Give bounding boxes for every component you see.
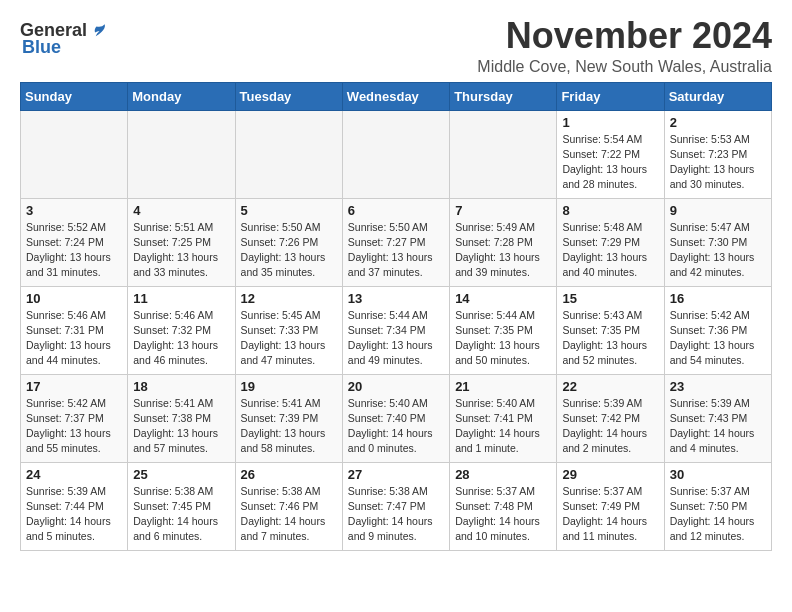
calendar-cell: 17Sunrise: 5:42 AM Sunset: 7:37 PM Dayli…	[21, 374, 128, 462]
day-of-week-header: Wednesday	[342, 82, 449, 110]
day-number: 22	[562, 379, 658, 394]
day-number: 26	[241, 467, 337, 482]
calendar-week-row: 1Sunrise: 5:54 AM Sunset: 7:22 PM Daylig…	[21, 110, 772, 198]
day-info: Sunrise: 5:49 AM Sunset: 7:28 PM Dayligh…	[455, 220, 551, 281]
calendar-cell: 21Sunrise: 5:40 AM Sunset: 7:41 PM Dayli…	[450, 374, 557, 462]
day-number: 12	[241, 291, 337, 306]
calendar-table: SundayMondayTuesdayWednesdayThursdayFrid…	[20, 82, 772, 551]
day-of-week-header: Tuesday	[235, 82, 342, 110]
calendar-cell: 12Sunrise: 5:45 AM Sunset: 7:33 PM Dayli…	[235, 286, 342, 374]
day-info: Sunrise: 5:38 AM Sunset: 7:47 PM Dayligh…	[348, 484, 444, 545]
title-area: November 2024 Middle Cove, New South Wal…	[477, 16, 772, 76]
day-info: Sunrise: 5:52 AM Sunset: 7:24 PM Dayligh…	[26, 220, 122, 281]
calendar-cell: 19Sunrise: 5:41 AM Sunset: 7:39 PM Dayli…	[235, 374, 342, 462]
day-info: Sunrise: 5:39 AM Sunset: 7:43 PM Dayligh…	[670, 396, 766, 457]
calendar-cell: 24Sunrise: 5:39 AM Sunset: 7:44 PM Dayli…	[21, 462, 128, 550]
calendar-cell: 10Sunrise: 5:46 AM Sunset: 7:31 PM Dayli…	[21, 286, 128, 374]
day-info: Sunrise: 5:46 AM Sunset: 7:31 PM Dayligh…	[26, 308, 122, 369]
day-number: 24	[26, 467, 122, 482]
calendar-cell: 2Sunrise: 5:53 AM Sunset: 7:23 PM Daylig…	[664, 110, 771, 198]
calendar-cell: 5Sunrise: 5:50 AM Sunset: 7:26 PM Daylig…	[235, 198, 342, 286]
calendar-cell: 27Sunrise: 5:38 AM Sunset: 7:47 PM Dayli…	[342, 462, 449, 550]
calendar-cell: 18Sunrise: 5:41 AM Sunset: 7:38 PM Dayli…	[128, 374, 235, 462]
calendar-cell	[342, 110, 449, 198]
day-info: Sunrise: 5:45 AM Sunset: 7:33 PM Dayligh…	[241, 308, 337, 369]
day-number: 25	[133, 467, 229, 482]
day-number: 7	[455, 203, 551, 218]
day-info: Sunrise: 5:50 AM Sunset: 7:27 PM Dayligh…	[348, 220, 444, 281]
header: General Blue November 2024 Middle Cove, …	[20, 16, 772, 76]
day-info: Sunrise: 5:53 AM Sunset: 7:23 PM Dayligh…	[670, 132, 766, 193]
day-info: Sunrise: 5:47 AM Sunset: 7:30 PM Dayligh…	[670, 220, 766, 281]
day-info: Sunrise: 5:40 AM Sunset: 7:40 PM Dayligh…	[348, 396, 444, 457]
day-number: 1	[562, 115, 658, 130]
calendar-header-row: SundayMondayTuesdayWednesdayThursdayFrid…	[21, 82, 772, 110]
calendar-cell: 14Sunrise: 5:44 AM Sunset: 7:35 PM Dayli…	[450, 286, 557, 374]
day-of-week-header: Sunday	[21, 82, 128, 110]
day-info: Sunrise: 5:41 AM Sunset: 7:38 PM Dayligh…	[133, 396, 229, 457]
day-number: 30	[670, 467, 766, 482]
day-info: Sunrise: 5:50 AM Sunset: 7:26 PM Dayligh…	[241, 220, 337, 281]
calendar-cell: 6Sunrise: 5:50 AM Sunset: 7:27 PM Daylig…	[342, 198, 449, 286]
calendar-cell: 13Sunrise: 5:44 AM Sunset: 7:34 PM Dayli…	[342, 286, 449, 374]
day-number: 18	[133, 379, 229, 394]
logo: General Blue	[20, 16, 107, 58]
day-number: 17	[26, 379, 122, 394]
calendar-cell: 1Sunrise: 5:54 AM Sunset: 7:22 PM Daylig…	[557, 110, 664, 198]
day-of-week-header: Friday	[557, 82, 664, 110]
day-number: 5	[241, 203, 337, 218]
day-info: Sunrise: 5:39 AM Sunset: 7:44 PM Dayligh…	[26, 484, 122, 545]
day-number: 8	[562, 203, 658, 218]
calendar-cell: 28Sunrise: 5:37 AM Sunset: 7:48 PM Dayli…	[450, 462, 557, 550]
day-info: Sunrise: 5:43 AM Sunset: 7:35 PM Dayligh…	[562, 308, 658, 369]
day-info: Sunrise: 5:38 AM Sunset: 7:46 PM Dayligh…	[241, 484, 337, 545]
logo-bird-icon	[89, 22, 107, 40]
calendar-cell: 26Sunrise: 5:38 AM Sunset: 7:46 PM Dayli…	[235, 462, 342, 550]
day-number: 21	[455, 379, 551, 394]
day-info: Sunrise: 5:42 AM Sunset: 7:36 PM Dayligh…	[670, 308, 766, 369]
day-number: 28	[455, 467, 551, 482]
calendar-week-row: 24Sunrise: 5:39 AM Sunset: 7:44 PM Dayli…	[21, 462, 772, 550]
calendar-cell: 3Sunrise: 5:52 AM Sunset: 7:24 PM Daylig…	[21, 198, 128, 286]
day-number: 20	[348, 379, 444, 394]
calendar-cell: 16Sunrise: 5:42 AM Sunset: 7:36 PM Dayli…	[664, 286, 771, 374]
day-info: Sunrise: 5:44 AM Sunset: 7:34 PM Dayligh…	[348, 308, 444, 369]
day-number: 15	[562, 291, 658, 306]
calendar-cell: 7Sunrise: 5:49 AM Sunset: 7:28 PM Daylig…	[450, 198, 557, 286]
day-number: 2	[670, 115, 766, 130]
day-info: Sunrise: 5:39 AM Sunset: 7:42 PM Dayligh…	[562, 396, 658, 457]
day-info: Sunrise: 5:54 AM Sunset: 7:22 PM Dayligh…	[562, 132, 658, 193]
day-number: 4	[133, 203, 229, 218]
day-info: Sunrise: 5:37 AM Sunset: 7:48 PM Dayligh…	[455, 484, 551, 545]
day-number: 6	[348, 203, 444, 218]
day-info: Sunrise: 5:44 AM Sunset: 7:35 PM Dayligh…	[455, 308, 551, 369]
day-info: Sunrise: 5:42 AM Sunset: 7:37 PM Dayligh…	[26, 396, 122, 457]
calendar-cell: 22Sunrise: 5:39 AM Sunset: 7:42 PM Dayli…	[557, 374, 664, 462]
day-number: 23	[670, 379, 766, 394]
day-of-week-header: Saturday	[664, 82, 771, 110]
calendar-cell: 20Sunrise: 5:40 AM Sunset: 7:40 PM Dayli…	[342, 374, 449, 462]
day-number: 27	[348, 467, 444, 482]
day-info: Sunrise: 5:46 AM Sunset: 7:32 PM Dayligh…	[133, 308, 229, 369]
day-of-week-header: Monday	[128, 82, 235, 110]
location-title: Middle Cove, New South Wales, Australia	[477, 58, 772, 76]
day-info: Sunrise: 5:38 AM Sunset: 7:45 PM Dayligh…	[133, 484, 229, 545]
day-number: 16	[670, 291, 766, 306]
day-of-week-header: Thursday	[450, 82, 557, 110]
day-number: 29	[562, 467, 658, 482]
calendar-week-row: 17Sunrise: 5:42 AM Sunset: 7:37 PM Dayli…	[21, 374, 772, 462]
calendar-week-row: 3Sunrise: 5:52 AM Sunset: 7:24 PM Daylig…	[21, 198, 772, 286]
day-number: 13	[348, 291, 444, 306]
calendar-cell: 15Sunrise: 5:43 AM Sunset: 7:35 PM Dayli…	[557, 286, 664, 374]
day-info: Sunrise: 5:37 AM Sunset: 7:49 PM Dayligh…	[562, 484, 658, 545]
day-info: Sunrise: 5:40 AM Sunset: 7:41 PM Dayligh…	[455, 396, 551, 457]
calendar-cell: 4Sunrise: 5:51 AM Sunset: 7:25 PM Daylig…	[128, 198, 235, 286]
calendar-cell: 29Sunrise: 5:37 AM Sunset: 7:49 PM Dayli…	[557, 462, 664, 550]
day-number: 19	[241, 379, 337, 394]
calendar-cell: 23Sunrise: 5:39 AM Sunset: 7:43 PM Dayli…	[664, 374, 771, 462]
day-info: Sunrise: 5:41 AM Sunset: 7:39 PM Dayligh…	[241, 396, 337, 457]
calendar-cell: 8Sunrise: 5:48 AM Sunset: 7:29 PM Daylig…	[557, 198, 664, 286]
calendar-cell	[235, 110, 342, 198]
calendar-cell	[21, 110, 128, 198]
calendar-week-row: 10Sunrise: 5:46 AM Sunset: 7:31 PM Dayli…	[21, 286, 772, 374]
